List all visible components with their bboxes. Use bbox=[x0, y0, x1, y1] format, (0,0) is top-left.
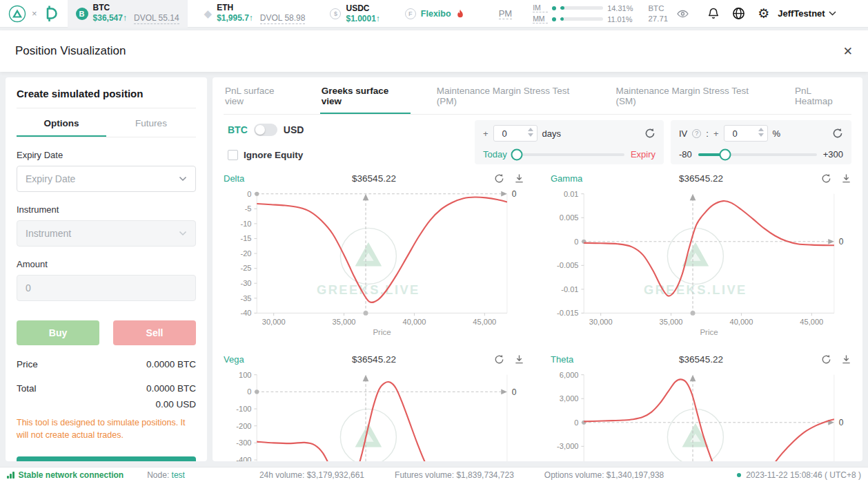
total-btc-value: 0.0000 BTC bbox=[146, 383, 196, 394]
load-portfolio-button[interactable]: Load my portfolio bbox=[17, 456, 196, 461]
instrument-select[interactable]: Instrument bbox=[17, 220, 196, 247]
marker-price-label: $36545.22 bbox=[352, 173, 396, 184]
brand-logos: × bbox=[8, 5, 59, 23]
panel-title: Create simulated position bbox=[17, 77, 196, 108]
globe-icon[interactable] bbox=[732, 7, 745, 20]
svg-text:0: 0 bbox=[247, 387, 251, 396]
tab-pnl-heatmap[interactable]: PnL Heatmap bbox=[793, 77, 851, 114]
marker-price-label: $36545.22 bbox=[679, 173, 723, 184]
tab-options[interactable]: Options bbox=[17, 110, 106, 137]
step-up-icon[interactable] bbox=[528, 128, 533, 131]
greeks-live-logo-icon bbox=[8, 5, 26, 23]
im-dot-icon bbox=[552, 6, 556, 10]
top-bar: × B BTC $36,547↑ DVOL 55.14 ◆ ETH $1,995… bbox=[0, 0, 868, 28]
btc-dvol[interactable]: DVOL 55.14 bbox=[134, 13, 179, 24]
iv-slider[interactable] bbox=[698, 153, 817, 156]
iv-control: IV ? : + % -80 +300 bbox=[671, 120, 851, 164]
usdc-price: $1.0001↑ bbox=[346, 14, 379, 24]
refresh-icon[interactable] bbox=[821, 354, 831, 365]
refresh-icon[interactable] bbox=[832, 128, 843, 139]
refresh-icon[interactable] bbox=[494, 173, 504, 184]
ticker-btc[interactable]: B BTC $36,547↑ DVOL 55.14 bbox=[68, 0, 188, 28]
svg-text:0: 0 bbox=[839, 237, 844, 247]
refresh-icon[interactable] bbox=[821, 173, 831, 184]
help-icon[interactable]: ? bbox=[692, 129, 701, 138]
usdc-coin-icon: $ bbox=[330, 8, 341, 19]
svg-text:30,000: 30,000 bbox=[262, 318, 286, 326]
iv-stepper[interactable] bbox=[724, 125, 768, 142]
deribit-logo-icon bbox=[43, 5, 59, 23]
eye-icon[interactable] bbox=[676, 8, 689, 20]
im-value: 14.31% bbox=[607, 4, 633, 12]
greeks-charts-grid: Delta $36545.22 GREEKS.LIVE0-5-10-15-20-… bbox=[224, 171, 851, 461]
mm-gauge: MM 11.01% bbox=[533, 15, 633, 23]
svg-text:45,000: 45,000 bbox=[800, 318, 823, 326]
svg-text:-25: -25 bbox=[240, 264, 251, 272]
bell-icon[interactable] bbox=[707, 7, 720, 20]
username: JeffTestnet bbox=[778, 8, 825, 19]
step-down-icon[interactable] bbox=[528, 133, 533, 137]
svg-text:0: 0 bbox=[574, 418, 578, 427]
margin-gauges: IM 14.31% MM 11.01% bbox=[533, 3, 633, 23]
svg-text:-5: -5 bbox=[245, 204, 252, 213]
price-label: Price bbox=[17, 359, 38, 369]
tab-futures[interactable]: Futures bbox=[106, 110, 196, 137]
flexibo-label: Flexibo bbox=[421, 9, 451, 19]
tab-mm-stress-sm[interactable]: Maintenance Margin Stress Test (SM) bbox=[614, 77, 769, 114]
currency-toggle[interactable] bbox=[254, 124, 277, 136]
download-icon[interactable] bbox=[514, 173, 524, 184]
days-stepper[interactable] bbox=[493, 125, 537, 142]
ticker-usdc[interactable]: $ USDC $1.0001↑ bbox=[322, 0, 388, 28]
today-label: Today bbox=[483, 149, 507, 160]
refresh-icon[interactable] bbox=[494, 354, 504, 365]
im-label[interactable]: IM bbox=[533, 3, 548, 12]
download-icon[interactable] bbox=[841, 173, 851, 184]
mm-label[interactable]: MM bbox=[533, 15, 548, 23]
buy-button[interactable]: Buy bbox=[17, 320, 99, 345]
svg-text:-0.015: -0.015 bbox=[557, 309, 578, 317]
download-icon[interactable] bbox=[841, 354, 851, 365]
svg-text:-200: -200 bbox=[236, 422, 251, 430]
days-slider[interactable] bbox=[513, 153, 624, 156]
svg-text:45,000: 45,000 bbox=[473, 318, 496, 326]
chevron-down-icon bbox=[179, 231, 187, 236]
create-position-panel: Create simulated position Options Future… bbox=[6, 77, 207, 461]
iv-max-label: +300 bbox=[823, 149, 843, 160]
close-icon[interactable]: ✕ bbox=[843, 44, 853, 59]
step-up-icon[interactable] bbox=[758, 128, 764, 131]
price-value: 0.0000 BTC bbox=[146, 359, 196, 369]
amount-input[interactable] bbox=[17, 275, 196, 301]
gear-icon[interactable]: ⚙ bbox=[758, 7, 769, 20]
instrument-label: Instrument bbox=[17, 204, 196, 215]
logo-separator: × bbox=[32, 8, 37, 19]
svg-text:-15: -15 bbox=[240, 234, 251, 242]
ticker-eth[interactable]: ◆ ETH $1,995.7↑ DVOL 58.98 bbox=[196, 0, 314, 28]
svg-text:6,000: 6,000 bbox=[560, 371, 579, 379]
node-status[interactable]: Node: test bbox=[147, 470, 185, 480]
tab-greeks-surface[interactable]: Greeks surface view bbox=[320, 77, 411, 114]
step-down-icon[interactable] bbox=[758, 133, 764, 137]
eth-price: $1,995.7↑ bbox=[217, 13, 253, 23]
im-progress bbox=[560, 6, 603, 10]
iv-label: IV bbox=[679, 128, 687, 139]
vega-chart: Vega $36545.22 GREEKS.LIVE1000-100-200-3… bbox=[224, 352, 524, 461]
ticker-flexibo[interactable]: F Flexibo bbox=[397, 0, 473, 28]
iv-unit: % bbox=[773, 128, 781, 139]
sell-button[interactable]: Sell bbox=[113, 320, 196, 345]
ignore-equity-checkbox[interactable] bbox=[228, 150, 238, 160]
chart-plot: GREEKS.LIVE1000-100-200-300-400-500-6003… bbox=[224, 366, 524, 461]
usdc-symbol: USDC bbox=[346, 3, 379, 14]
pm-mode-label[interactable]: PM bbox=[499, 8, 513, 19]
svg-text:35,000: 35,000 bbox=[333, 318, 356, 326]
eth-dvol[interactable]: DVOL 58.98 bbox=[260, 13, 306, 24]
expiry-date-select[interactable]: Expiry Date bbox=[17, 166, 196, 192]
download-icon[interactable] bbox=[514, 354, 524, 365]
tab-pnl-surface[interactable]: PnL surface view bbox=[224, 77, 295, 114]
tab-mm-stress-pm[interactable]: Maintenance Margin Stress Test (PM) bbox=[435, 77, 590, 114]
svg-text:100: 100 bbox=[239, 371, 251, 379]
total-label: Total bbox=[17, 383, 37, 394]
chart-plot: GREEKS.LIVE0-5-10-15-20-25-30-35-4030,00… bbox=[224, 185, 524, 343]
refresh-icon[interactable] bbox=[644, 128, 655, 139]
svg-text:30,000: 30,000 bbox=[589, 318, 613, 326]
account-menu[interactable]: JeffTestnet bbox=[778, 8, 836, 19]
